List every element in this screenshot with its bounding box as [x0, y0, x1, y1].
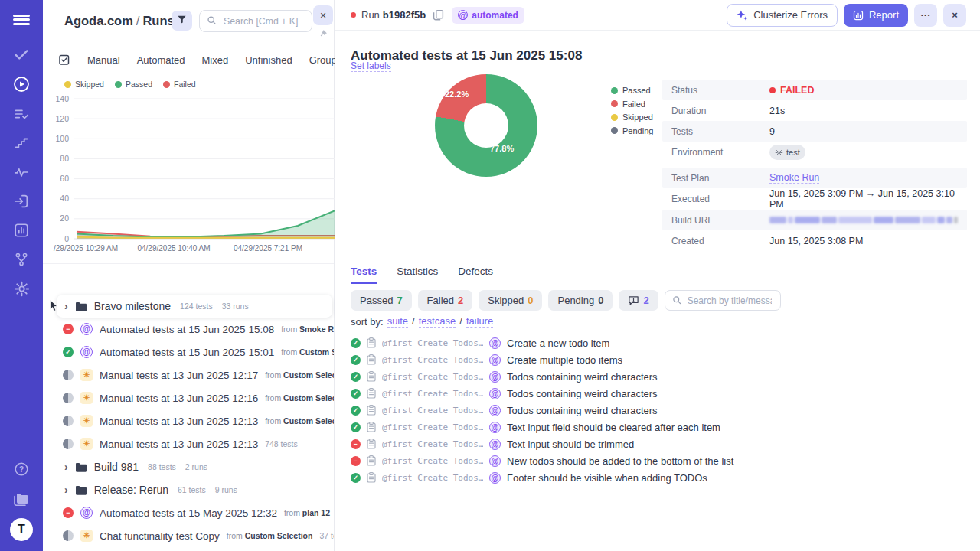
settings-gear-icon[interactable] [0, 280, 43, 298]
svg-text:04/29/2025 10:40 AM: 04/29/2025 10:40 AM [137, 244, 210, 253]
clipboard-icon [367, 354, 376, 365]
detail-label: Environment [671, 147, 769, 158]
runs-play-icon[interactable] [0, 75, 43, 93]
steps-icon[interactable] [0, 135, 43, 152]
sort-by-suite[interactable]: suite [387, 315, 408, 328]
folder-list-item[interactable]: › Bravo milestone 124 tests 33 runs [57, 295, 332, 318]
legend-dot [611, 127, 618, 134]
test-row[interactable]: ✓ @first Create Todos… @ Create multiple… [351, 351, 733, 368]
run-kind-icon: ✳ [80, 438, 93, 450]
close-run-button[interactable]: × [943, 4, 966, 27]
divider [43, 263, 334, 264]
test-row[interactable]: ✓ @first Create Todos… @ Create a new to… [351, 334, 733, 351]
env-badge[interactable]: test [769, 145, 805, 160]
test-row[interactable]: ✓ @first Create Todos… @ Todos containin… [351, 385, 733, 402]
sort-by-testcase[interactable]: testcase [419, 315, 456, 328]
projects-folder-icon[interactable] [0, 491, 43, 507]
automated-badge[interactable]: @ automated [452, 7, 524, 24]
tab-manual[interactable]: Manual [87, 54, 120, 66]
run-list-item[interactable]: − @ Automated tests at 15 May 2025 12:32… [43, 501, 334, 524]
chevron-right-icon[interactable]: › [64, 484, 68, 495]
test-row[interactable]: − @first Create Todos… @ New todos shoul… [351, 452, 733, 469]
test-row[interactable]: − @first Create Todos… @ Text input shou… [351, 435, 733, 452]
tab-unfinished[interactable]: Unfinished [245, 54, 292, 66]
run-status-dot [351, 12, 356, 18]
test-row[interactable]: ✓ @first Create Todos… @ Todos containin… [351, 368, 733, 385]
run-list-item[interactable]: − @ Automated tests at 15 Jun 2025 15:08… [43, 318, 334, 341]
branches-icon[interactable] [0, 251, 43, 268]
run-type-tabs: ManualAutomatedMixedUnfinishedGroups [58, 54, 341, 66]
run-detail-topbar: Run b1982f5b @ automated Clusterize Erro… [335, 0, 980, 31]
run-list-item[interactable]: ✓ @ Automated tests at 15 Jun 2025 15:01… [43, 341, 334, 364]
sort-by-failure[interactable]: failure [466, 315, 493, 328]
run-list-item[interactable]: ✳ Manual tests at 13 Jun 2025 12:13 748 … [43, 432, 334, 455]
tests-search[interactable] [665, 290, 781, 311]
search-icon [672, 294, 681, 308]
legend-label: Passed [622, 86, 651, 95]
app-logo[interactable]: T [0, 518, 43, 541]
folder-runs-count: 33 runs [222, 302, 249, 311]
test-suite: @first Create Todos… [382, 372, 483, 382]
comments-filter-pill[interactable]: 2 [619, 290, 658, 311]
run-title: Chat functinality test Copy [100, 530, 220, 542]
sort-bar: sort by: suite/testcase/failure [351, 315, 493, 328]
report-button[interactable]: Report [844, 4, 908, 27]
checklist-icon[interactable] [58, 54, 70, 66]
test-title: Todos containing weird characters [507, 371, 658, 383]
more-button[interactable]: ··· [914, 4, 937, 27]
pin-icon[interactable] [320, 26, 328, 40]
run-list-item[interactable]: ✳ Manual tests at 13 Jun 2025 12:17 from… [43, 364, 334, 386]
chevron-right-icon[interactable]: › [64, 461, 68, 472]
copy-icon[interactable] [433, 9, 444, 21]
automated-at-icon: @ [489, 422, 501, 433]
clipboard-icon [367, 472, 376, 483]
test-plans-list-icon[interactable] [0, 106, 43, 122]
runs-search[interactable] [199, 10, 312, 32]
tests-search-input[interactable] [686, 295, 773, 307]
donut-ring: 22.2% 77.8% [435, 74, 537, 177]
skipped-filter-pill[interactable]: Skipped0 [479, 290, 542, 311]
menu-icon[interactable] [0, 12, 43, 27]
test-suite: @first Create Todos… [382, 473, 483, 483]
breadcrumb[interactable]: Agoda.com/Runs [64, 14, 175, 28]
tab-defects[interactable]: Defects [458, 266, 493, 284]
mouse-cursor-icon [49, 299, 59, 315]
tab-mixed[interactable]: Mixed [202, 54, 229, 66]
legend-label: Failed [622, 99, 645, 109]
import-icon[interactable] [0, 193, 43, 210]
donut-legend-item: Pending [611, 126, 653, 135]
chevron-right-icon[interactable]: › [64, 301, 68, 311]
run-list-item[interactable]: ✳ Manual tests at 13 Jun 2025 12:13 from… [43, 409, 334, 432]
set-labels-link[interactable]: Set labels [351, 60, 391, 72]
test-row[interactable]: ✓ @first Create Todos… @ Footer should b… [351, 469, 733, 486]
folder-tests-count: 124 tests [180, 302, 213, 311]
run-source: from Smoke Run [281, 324, 334, 334]
filter-button[interactable] [172, 11, 192, 31]
legend-dot [611, 114, 618, 121]
test-row[interactable]: ✓ @first Create Todos… @ Todos containin… [351, 402, 733, 419]
analytics-pulse-icon[interactable] [0, 164, 43, 181]
run-list-item[interactable]: ✳ Manual tests at 13 Jun 2025 12:16 from… [43, 386, 334, 409]
test-row[interactable]: ✓ @first Create Todos… @ Text input fiel… [351, 419, 733, 435]
tab-tests[interactable]: Tests [351, 266, 377, 284]
app-sidebar: ? T [0, 0, 43, 551]
help-icon[interactable]: ? [0, 461, 43, 478]
tests-check-icon[interactable] [0, 46, 43, 63]
detail-row: Build URL [662, 210, 967, 230]
reports-chart-icon[interactable] [0, 222, 43, 239]
folder-list-item[interactable]: › Release: Rerun 61 tests 9 runs [43, 478, 334, 501]
test-status-icon: ✓ [351, 372, 361, 382]
runs-search-input[interactable] [222, 15, 305, 28]
test-plan-link[interactable]: Smoke Run [769, 172, 819, 184]
tab-automated[interactable]: Automated [137, 54, 185, 66]
run-title: Manual tests at 13 Jun 2025 12:16 [100, 393, 258, 404]
tab-statistics[interactable]: Statistics [397, 266, 438, 284]
clusterize-errors-button[interactable]: Clusterize Errors [727, 4, 838, 27]
pending-filter-pill[interactable]: Pending0 [548, 290, 612, 311]
breadcrumb-project[interactable]: Agoda.com [64, 14, 133, 28]
run-list-item[interactable]: ✳ Chat functinality test Copy from Custo… [43, 524, 334, 547]
failed-filter-pill[interactable]: Failed2 [418, 290, 473, 311]
passed-filter-pill[interactable]: Passed7 [351, 290, 412, 311]
close-panel-button[interactable]: × [313, 5, 333, 25]
folder-list-item[interactable]: › Build 981 88 tests 2 runs [43, 455, 334, 478]
